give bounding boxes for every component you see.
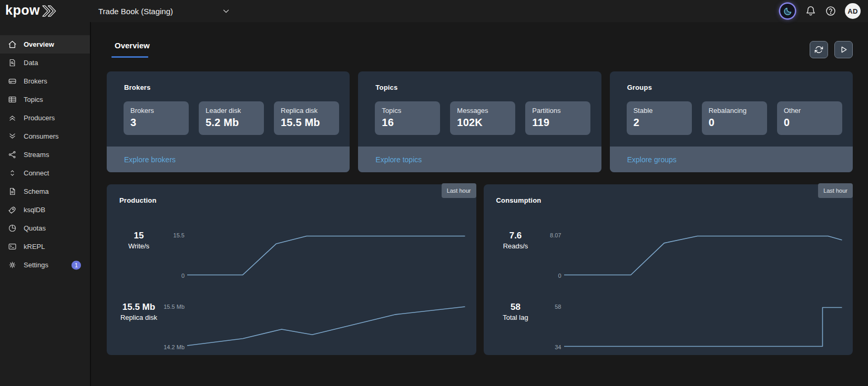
- sidebar-item-data[interactable]: Data: [0, 54, 90, 72]
- card-title: Consumption: [495, 184, 842, 204]
- notifications-button[interactable]: [805, 5, 816, 17]
- tile-label: Topics: [382, 107, 440, 114]
- sidebar-item-label: Settings: [24, 261, 48, 269]
- tile-value: 3: [130, 117, 189, 129]
- sidebar-item-settings[interactable]: Settings 1: [0, 256, 90, 274]
- home-icon: [8, 40, 17, 49]
- help-icon: [825, 5, 836, 17]
- play-button[interactable]: [834, 41, 853, 58]
- sidebar-item-consumers[interactable]: Consumers: [0, 127, 90, 145]
- environment-selector[interactable]: Trade Book (Staging): [98, 6, 231, 16]
- topbar-actions: AD: [780, 3, 868, 19]
- sort-updown-icon: [8, 169, 17, 178]
- y-axis-max: 15.5: [173, 232, 185, 238]
- sidebar-item-connect[interactable]: Connect: [0, 164, 90, 182]
- stat-tile-topics: Topics 16: [375, 101, 440, 135]
- writes-sparkline: [187, 235, 465, 276]
- stat-label: Total lag: [495, 314, 537, 321]
- topbar: kpow Trade Book (Staging): [0, 0, 868, 22]
- sidebar-item-label: Data: [24, 59, 38, 67]
- explore-groups-link[interactable]: Explore groups: [627, 155, 677, 164]
- sidebar-item-overview[interactable]: Overview: [0, 35, 90, 54]
- play-icon: [839, 45, 848, 54]
- stat-value: 7.6: [495, 231, 537, 241]
- sidebar-item-label: Schema: [24, 187, 49, 195]
- sidebar-item-label: Overview: [24, 40, 54, 48]
- page-title: Overview: [111, 41, 150, 50]
- sidebar-item-label: Connect: [24, 169, 49, 177]
- rocket-icon: [8, 205, 17, 214]
- sidebar-item-label: Quotas: [24, 224, 46, 232]
- chart-cards-row: Last hour Production 15 Write/s 15.5 0: [107, 184, 853, 355]
- settings-notification-badge: 1: [72, 260, 81, 269]
- stat-tile-brokers: Brokers 3: [124, 101, 189, 135]
- help-button[interactable]: [825, 5, 836, 17]
- stat-tile-rebalancing: Rebalancing 0: [702, 101, 767, 135]
- file-icon: [8, 187, 17, 196]
- sidebar-item-topics[interactable]: Topics: [0, 90, 90, 109]
- sidebar-item-producers[interactable]: Producers: [0, 109, 90, 127]
- sidebar-item-label: kREPL: [24, 243, 45, 251]
- sidebar-item-ksqldb[interactable]: ksqlDB: [0, 201, 90, 219]
- refresh-icon: [814, 45, 823, 54]
- reads-sparkline: [564, 235, 842, 276]
- sidebar-item-quotas[interactable]: Quotas: [0, 219, 90, 237]
- header-actions: [810, 41, 853, 58]
- card-title: Production: [118, 184, 465, 204]
- user-avatar[interactable]: AD: [845, 3, 861, 19]
- sidebar-item-label: Brokers: [24, 77, 47, 85]
- topics-card: Topics Topics 16 Messages 102K Partition…: [358, 71, 601, 172]
- stat-value: 15.5 Mb: [118, 302, 160, 312]
- theme-toggle-button[interactable]: [780, 4, 795, 18]
- tile-label: Rebalancing: [709, 107, 767, 114]
- stat-tile-partitions: Partitions 119: [525, 101, 590, 135]
- y-axis-max: 58: [555, 304, 561, 310]
- replica-disk-sparkline: [187, 307, 465, 347]
- sidebar-item-krepl[interactable]: kREPL: [0, 237, 90, 256]
- explore-brokers-link[interactable]: Explore brokers: [124, 155, 176, 164]
- explore-topics-link[interactable]: Explore topics: [375, 155, 422, 164]
- y-axis-min: 0: [181, 273, 185, 279]
- moon-icon: [783, 7, 792, 16]
- tile-value: 102K: [457, 117, 515, 129]
- sidebar-item-brokers[interactable]: Brokers: [0, 72, 90, 90]
- stat-value: 15: [118, 231, 160, 241]
- kpow-logo: kpow: [0, 4, 91, 18]
- tile-label: Leader disk: [206, 107, 264, 114]
- groups-card: Groups Stable 2 Rebalancing 0 Other 0: [610, 71, 853, 172]
- stat-tile-other: Other 0: [777, 101, 842, 135]
- tile-value: 0: [784, 117, 842, 129]
- stat-label: Write/s: [118, 242, 160, 250]
- stat-tile-messages: Messages 102K: [450, 101, 515, 135]
- tile-value: 0: [709, 117, 767, 129]
- y-axis-min: 14.2 Mb: [164, 344, 185, 350]
- card-footer: Explore brokers: [107, 147, 350, 172]
- tile-value: 2: [634, 117, 692, 129]
- chevron-down-icon: [221, 6, 231, 16]
- kpow-logo-icon: [42, 5, 59, 17]
- stat-label: Reads/s: [495, 242, 537, 250]
- stat-label: Replica disk: [118, 314, 160, 321]
- tile-label: Replica disk: [281, 107, 339, 114]
- sidebar-item-schema[interactable]: Schema: [0, 182, 90, 201]
- sidebar: Overview Data Brokers Topics Producers: [0, 22, 91, 386]
- refresh-button[interactable]: [810, 41, 828, 58]
- card-footer: Explore groups: [610, 147, 853, 172]
- summary-cards-row: Brokers Brokers 3 Leader disk 5.2 Mb Rep…: [107, 71, 853, 172]
- stat-tile-stable: Stable 2: [627, 101, 692, 135]
- y-axis-min: 34: [555, 344, 561, 350]
- main-content: Overview: [91, 22, 868, 386]
- total-lag-chart-row: 58 Total lag 58 34: [495, 307, 842, 347]
- environment-name: Trade Book (Staging): [98, 7, 173, 16]
- sidebar-item-label: Producers: [24, 114, 55, 122]
- kpow-logo-text: kpow: [5, 4, 40, 18]
- terminal-icon: [8, 242, 17, 251]
- replica-disk-chart-row: 15.5 Mb Replica disk 15.5 Mb 14.2 Mb: [118, 307, 465, 347]
- tile-value: 5.2 Mb: [206, 117, 264, 129]
- tile-label: Stable: [634, 107, 692, 114]
- sidebar-item-streams[interactable]: Streams: [0, 145, 90, 164]
- card-title: Brokers: [107, 71, 350, 91]
- stat-tile-replica-disk: Replica disk 15.5 Mb: [274, 101, 339, 135]
- card-title: Groups: [610, 71, 853, 91]
- file-search-icon: [8, 58, 17, 67]
